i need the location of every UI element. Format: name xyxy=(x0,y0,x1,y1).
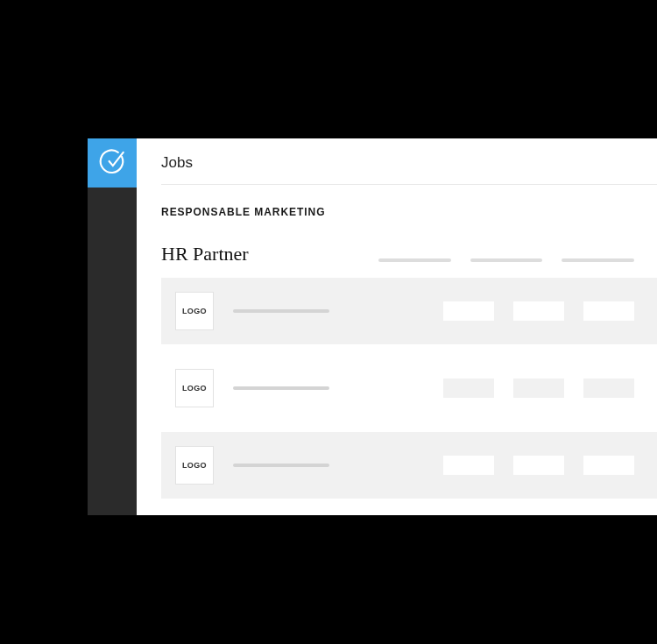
app-logo-tile[interactable] xyxy=(88,138,137,188)
metric-placeholder xyxy=(513,301,564,321)
partner-row[interactable]: LOGO xyxy=(161,278,657,344)
partner-name-placeholder xyxy=(233,464,329,467)
metric-placeholder xyxy=(513,456,564,475)
partner-name-placeholder xyxy=(233,386,329,390)
partner-logo: LOGO xyxy=(175,292,214,330)
metric-placeholder xyxy=(583,379,634,398)
sidebar xyxy=(88,138,137,515)
divider xyxy=(161,184,657,185)
metric-placeholder xyxy=(583,456,634,475)
column-header-placeholder xyxy=(562,258,634,262)
column-headers xyxy=(378,258,657,265)
metric-placeholder xyxy=(443,379,494,398)
partner-row[interactable]: LOGO xyxy=(161,432,657,499)
partner-metrics xyxy=(443,456,634,475)
partner-metrics xyxy=(443,301,634,321)
section-header-row: HR Partner xyxy=(161,243,657,265)
column-header-placeholder xyxy=(378,258,451,262)
metric-placeholder xyxy=(443,456,494,475)
metric-placeholder xyxy=(583,301,634,321)
page-title: Jobs xyxy=(161,154,657,184)
metric-placeholder xyxy=(513,379,564,398)
check-circle-icon xyxy=(97,146,127,180)
partner-metrics xyxy=(443,379,634,398)
partner-row[interactable]: LOGO xyxy=(161,355,657,421)
partner-list: LOGO LOGO LOGO xyxy=(161,278,657,499)
partner-logo: LOGO xyxy=(175,369,214,407)
job-title: RESPONSABLE MARKETING xyxy=(161,206,657,218)
main-content: Jobs RESPONSABLE MARKETING HR Partner LO… xyxy=(137,138,657,515)
partner-logo: LOGO xyxy=(175,446,214,485)
column-header-placeholder xyxy=(470,258,543,262)
partner-name-placeholder xyxy=(233,309,329,313)
metric-placeholder xyxy=(443,301,494,321)
app-window: Jobs RESPONSABLE MARKETING HR Partner LO… xyxy=(88,138,657,515)
section-title: HR Partner xyxy=(161,243,363,265)
